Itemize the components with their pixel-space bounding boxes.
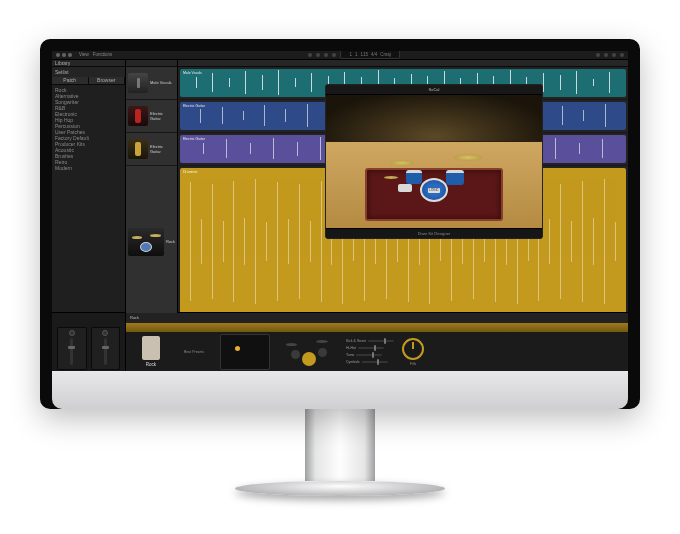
minimize-icon[interactable] <box>62 53 66 57</box>
slider-row[interactable]: Toms <box>346 353 394 357</box>
track-header[interactable]: Electric Guitar <box>126 100 177 133</box>
cymbal-icon[interactable] <box>286 343 297 346</box>
snare-icon[interactable] <box>291 350 300 359</box>
ride-cymbal-icon[interactable] <box>454 154 482 161</box>
screen-bezel: View Functions 1 1 115 4/4 Cmaj <box>40 39 640 409</box>
slider-row[interactable]: Hi-Hat <box>346 346 394 350</box>
toolbar: View Functions 1 1 115 4/4 Cmaj <box>52 51 628 60</box>
lcd-display[interactable]: 1 1 115 4/4 Cmaj <box>340 51 399 60</box>
track-header[interactable]: Electric Guitar <box>126 133 177 166</box>
kick-drum-icon[interactable]: LOGIC <box>420 178 448 202</box>
tab-browser[interactable]: Browser <box>89 77 126 84</box>
mic-icon <box>128 73 148 93</box>
drummer-editor: Rock Rock Beat Presets <box>126 313 628 371</box>
window-footer: Drum Kit Designer <box>418 231 451 236</box>
timeline-ruler[interactable] <box>178 60 628 67</box>
track-name: Male Vocals <box>150 80 175 85</box>
track-header[interactable]: Rock <box>126 166 177 319</box>
loop-browser-icon[interactable] <box>620 53 624 57</box>
editor-ruler[interactable] <box>126 323 628 332</box>
fills-knob[interactable] <box>402 338 424 360</box>
app-window: View Functions 1 1 115 4/4 Cmaj <box>52 51 628 371</box>
floor-tom-icon[interactable] <box>446 170 464 185</box>
editor-area: Rock Rock Beat Presets <box>52 312 628 371</box>
menu-functions[interactable]: Functions <box>93 52 113 57</box>
beat-presets-label: Beat Presets <box>184 350 212 354</box>
lcd-tempo: 115 <box>360 52 368 57</box>
window-title: SoCal <box>429 87 440 92</box>
snare-icon[interactable] <box>398 184 412 192</box>
play-button[interactable] <box>324 53 328 57</box>
xy-handle[interactable] <box>235 346 240 351</box>
guitar-icon <box>128 106 148 126</box>
lcd-beat: 1 <box>355 52 358 57</box>
slider-row[interactable]: Kick & Snare <box>346 339 394 343</box>
drumkit-designer-window[interactable]: SoCal LOGIC <box>325 84 543 239</box>
drummer-portrait[interactable]: Rock <box>126 332 176 371</box>
cymbal-icon[interactable] <box>316 340 328 343</box>
imac-chin <box>52 371 628 409</box>
list-editor-icon[interactable] <box>612 53 616 57</box>
tab-patch[interactable]: Patch <box>52 77 89 84</box>
rewind-button[interactable] <box>308 53 312 57</box>
hihat-icon[interactable] <box>384 176 398 179</box>
library-list[interactable]: Rock Alternative Songwriter R&B Electron… <box>52 85 125 173</box>
imac-stand-base <box>235 481 445 496</box>
editor-label: Rock <box>130 315 139 320</box>
track-name: Electric Guitar <box>150 111 175 121</box>
mixer-panel <box>52 313 126 371</box>
volume-fader[interactable] <box>104 338 107 365</box>
channel-strip[interactable] <box>91 327 121 370</box>
track-header[interactable]: Male Vocals <box>126 67 177 100</box>
kick-badge: LOGIC <box>428 188 439 193</box>
notepad-icon[interactable] <box>604 53 608 57</box>
drumkit-icon <box>128 228 164 256</box>
volume-fader[interactable] <box>70 338 73 365</box>
guitar-icon <box>128 139 148 159</box>
drumkit-stage[interactable]: LOGIC <box>326 95 542 228</box>
tom-icon[interactable] <box>406 170 422 184</box>
tom-icon[interactable] <box>318 348 327 357</box>
channel-strip[interactable] <box>57 327 87 370</box>
record-button[interactable] <box>332 53 336 57</box>
master-volume[interactable] <box>596 53 600 57</box>
arrange-area[interactable]: Male Vocals Electric Guitar <box>178 60 628 312</box>
slider-row[interactable]: Cymbals <box>346 360 394 364</box>
imac-stand-neck <box>305 409 375 481</box>
zoom-icon[interactable] <box>68 53 72 57</box>
library-label: Library <box>55 60 70 66</box>
pattern-sliders: Kick & Snare Hi-Hat Toms Cymbals <box>346 339 394 364</box>
avatar <box>142 336 160 360</box>
kick-icon[interactable] <box>302 352 316 366</box>
track-name: Rock <box>166 239 175 244</box>
track-headers: Male Vocals Electric Guitar Electric Gui… <box>126 60 178 312</box>
hihat-cymbal-icon[interactable] <box>390 160 414 166</box>
library-panel: Library Setlist Patch Browser Rock Alter… <box>52 60 126 312</box>
pan-knob[interactable] <box>102 330 108 336</box>
stop-button[interactable] <box>316 53 320 57</box>
kit-selector[interactable] <box>278 334 338 370</box>
lcd-bar: 1 <box>349 52 352 57</box>
pan-knob[interactable] <box>69 330 75 336</box>
list-item[interactable]: Modern <box>55 165 122 171</box>
knob-label: Fills <box>410 362 416 366</box>
imac-frame: View Functions 1 1 115 4/4 Cmaj <box>40 39 640 496</box>
drummer-name: Rock <box>146 362 156 367</box>
lcd-key: Cmaj <box>380 52 391 57</box>
xy-pad[interactable] <box>220 334 270 370</box>
library-title: Setlist <box>55 69 69 75</box>
window-controls[interactable] <box>56 53 72 57</box>
track-name: Electric Guitar <box>150 144 175 154</box>
lcd-sig: 4/4 <box>371 52 377 57</box>
close-icon[interactable] <box>56 53 60 57</box>
menu-view[interactable]: View <box>79 52 89 57</box>
